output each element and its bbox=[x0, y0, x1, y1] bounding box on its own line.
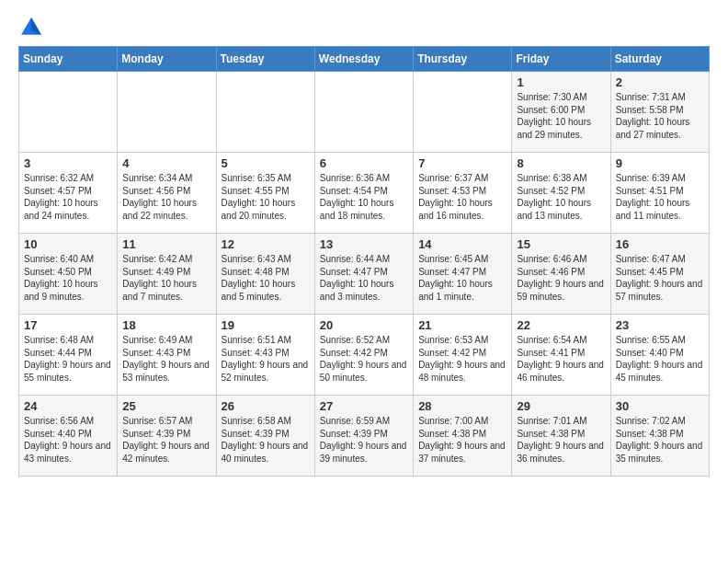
day-number: 29 bbox=[517, 399, 605, 413]
cell-w5-d1: 25Sunrise: 6:57 AM Sunset: 4:39 PM Dayli… bbox=[118, 396, 216, 477]
cell-w2-d6: 9Sunrise: 6:39 AM Sunset: 4:51 PM Daylig… bbox=[610, 153, 709, 234]
cell-w5-d3: 27Sunrise: 6:59 AM Sunset: 4:39 PM Dayli… bbox=[314, 396, 413, 477]
header-tuesday: Tuesday bbox=[216, 47, 314, 72]
cell-w2-d5: 8Sunrise: 6:38 AM Sunset: 4:52 PM Daylig… bbox=[512, 153, 610, 234]
day-number: 19 bbox=[222, 318, 310, 332]
calendar-header: SundayMondayTuesdayWednesdayThursdayFrid… bbox=[19, 47, 710, 72]
cell-w2-d0: 3Sunrise: 6:32 AM Sunset: 4:57 PM Daylig… bbox=[19, 153, 118, 234]
day-info: Sunrise: 6:59 AM Sunset: 4:39 PM Dayligh… bbox=[320, 415, 408, 465]
cell-w4-d3: 20Sunrise: 6:52 AM Sunset: 4:42 PM Dayli… bbox=[314, 315, 413, 396]
logo-icon bbox=[18, 15, 44, 40]
cell-w3-d0: 10Sunrise: 6:40 AM Sunset: 4:50 PM Dayli… bbox=[19, 234, 118, 315]
day-info: Sunrise: 6:32 AM Sunset: 4:57 PM Dayligh… bbox=[24, 172, 112, 222]
day-info: Sunrise: 7:01 AM Sunset: 4:38 PM Dayligh… bbox=[517, 415, 605, 465]
header bbox=[18, 15, 710, 40]
day-info: Sunrise: 6:46 AM Sunset: 4:46 PM Dayligh… bbox=[517, 253, 605, 303]
calendar-table: SundayMondayTuesdayWednesdayThursdayFrid… bbox=[18, 46, 710, 477]
header-monday: Monday bbox=[118, 47, 216, 72]
day-info: Sunrise: 6:56 AM Sunset: 4:40 PM Dayligh… bbox=[24, 415, 112, 465]
day-number: 25 bbox=[122, 399, 210, 413]
day-number: 8 bbox=[517, 156, 605, 170]
header-sunday: Sunday bbox=[19, 47, 118, 72]
cell-w2-d1: 4Sunrise: 6:34 AM Sunset: 4:56 PM Daylig… bbox=[118, 153, 216, 234]
cell-w1-d2 bbox=[216, 72, 314, 153]
header-friday: Friday bbox=[512, 47, 610, 72]
cell-w3-d5: 15Sunrise: 6:46 AM Sunset: 4:46 PM Dayli… bbox=[512, 234, 610, 315]
day-number: 17 bbox=[24, 318, 112, 332]
cell-w1-d5: 1Sunrise: 7:30 AM Sunset: 6:00 PM Daylig… bbox=[512, 72, 610, 153]
day-info: Sunrise: 6:39 AM Sunset: 4:51 PM Dayligh… bbox=[616, 172, 704, 222]
day-number: 7 bbox=[418, 156, 506, 170]
cell-w1-d3 bbox=[314, 72, 413, 153]
day-info: Sunrise: 6:43 AM Sunset: 4:48 PM Dayligh… bbox=[222, 253, 310, 303]
day-number: 5 bbox=[222, 156, 310, 170]
day-info: Sunrise: 6:47 AM Sunset: 4:45 PM Dayligh… bbox=[616, 253, 704, 303]
week-row-3: 10Sunrise: 6:40 AM Sunset: 4:50 PM Dayli… bbox=[19, 234, 710, 315]
day-number: 22 bbox=[517, 318, 605, 332]
day-info: Sunrise: 6:45 AM Sunset: 4:47 PM Dayligh… bbox=[418, 253, 506, 303]
cell-w5-d6: 30Sunrise: 7:02 AM Sunset: 4:38 PM Dayli… bbox=[610, 396, 709, 477]
header-saturday: Saturday bbox=[610, 47, 709, 72]
week-row-2: 3Sunrise: 6:32 AM Sunset: 4:57 PM Daylig… bbox=[19, 153, 710, 234]
day-info: Sunrise: 6:44 AM Sunset: 4:47 PM Dayligh… bbox=[320, 253, 408, 303]
cell-w1-d6: 2Sunrise: 7:31 AM Sunset: 5:58 PM Daylig… bbox=[610, 72, 709, 153]
cell-w5-d0: 24Sunrise: 6:56 AM Sunset: 4:40 PM Dayli… bbox=[19, 396, 118, 477]
cell-w2-d2: 5Sunrise: 6:35 AM Sunset: 4:55 PM Daylig… bbox=[216, 153, 314, 234]
day-info: Sunrise: 6:38 AM Sunset: 4:52 PM Dayligh… bbox=[517, 172, 605, 222]
cell-w4-d6: 23Sunrise: 6:55 AM Sunset: 4:40 PM Dayli… bbox=[610, 315, 709, 396]
day-number: 1 bbox=[517, 75, 605, 89]
day-info: Sunrise: 6:51 AM Sunset: 4:43 PM Dayligh… bbox=[222, 334, 310, 384]
day-number: 27 bbox=[320, 399, 408, 413]
day-info: Sunrise: 7:00 AM Sunset: 4:38 PM Dayligh… bbox=[418, 415, 506, 465]
day-number: 3 bbox=[24, 156, 112, 170]
day-number: 21 bbox=[418, 318, 506, 332]
day-number: 15 bbox=[517, 237, 605, 251]
cell-w3-d6: 16Sunrise: 6:47 AM Sunset: 4:45 PM Dayli… bbox=[610, 234, 709, 315]
day-info: Sunrise: 6:53 AM Sunset: 4:42 PM Dayligh… bbox=[418, 334, 506, 384]
cell-w4-d1: 18Sunrise: 6:49 AM Sunset: 4:43 PM Dayli… bbox=[118, 315, 216, 396]
day-number: 16 bbox=[616, 237, 704, 251]
day-number: 28 bbox=[418, 399, 506, 413]
day-number: 2 bbox=[616, 75, 704, 89]
day-info: Sunrise: 6:35 AM Sunset: 4:55 PM Dayligh… bbox=[222, 172, 310, 222]
cell-w2-d4: 7Sunrise: 6:37 AM Sunset: 4:53 PM Daylig… bbox=[414, 153, 512, 234]
day-number: 14 bbox=[418, 237, 506, 251]
day-info: Sunrise: 6:34 AM Sunset: 4:56 PM Dayligh… bbox=[122, 172, 210, 222]
cell-w4-d0: 17Sunrise: 6:48 AM Sunset: 4:44 PM Dayli… bbox=[19, 315, 118, 396]
day-number: 12 bbox=[222, 237, 310, 251]
day-info: Sunrise: 6:52 AM Sunset: 4:42 PM Dayligh… bbox=[320, 334, 408, 384]
day-number: 4 bbox=[122, 156, 210, 170]
cell-w3-d2: 12Sunrise: 6:43 AM Sunset: 4:48 PM Dayli… bbox=[216, 234, 314, 315]
day-number: 30 bbox=[616, 399, 704, 413]
day-number: 13 bbox=[320, 237, 408, 251]
cell-w3-d3: 13Sunrise: 6:44 AM Sunset: 4:47 PM Dayli… bbox=[314, 234, 413, 315]
header-row: SundayMondayTuesdayWednesdayThursdayFrid… bbox=[19, 47, 710, 72]
day-number: 9 bbox=[616, 156, 704, 170]
day-info: Sunrise: 6:42 AM Sunset: 4:49 PM Dayligh… bbox=[122, 253, 210, 303]
day-info: Sunrise: 6:58 AM Sunset: 4:39 PM Dayligh… bbox=[222, 415, 310, 465]
day-info: Sunrise: 6:54 AM Sunset: 4:41 PM Dayligh… bbox=[517, 334, 605, 384]
week-row-1: 1Sunrise: 7:30 AM Sunset: 6:00 PM Daylig… bbox=[19, 72, 710, 153]
cell-w5-d5: 29Sunrise: 7:01 AM Sunset: 4:38 PM Dayli… bbox=[512, 396, 610, 477]
day-number: 10 bbox=[24, 237, 112, 251]
cell-w4-d5: 22Sunrise: 6:54 AM Sunset: 4:41 PM Dayli… bbox=[512, 315, 610, 396]
day-number: 24 bbox=[24, 399, 112, 413]
week-row-4: 17Sunrise: 6:48 AM Sunset: 4:44 PM Dayli… bbox=[19, 315, 710, 396]
day-number: 26 bbox=[222, 399, 310, 413]
cell-w3-d1: 11Sunrise: 6:42 AM Sunset: 4:49 PM Dayli… bbox=[118, 234, 216, 315]
page: SundayMondayTuesdayWednesdayThursdayFrid… bbox=[0, 0, 728, 486]
day-info: Sunrise: 6:37 AM Sunset: 4:53 PM Dayligh… bbox=[418, 172, 506, 222]
day-info: Sunrise: 6:48 AM Sunset: 4:44 PM Dayligh… bbox=[24, 334, 112, 384]
cell-w2-d3: 6Sunrise: 6:36 AM Sunset: 4:54 PM Daylig… bbox=[314, 153, 413, 234]
logo bbox=[18, 15, 48, 40]
day-info: Sunrise: 6:55 AM Sunset: 4:40 PM Dayligh… bbox=[616, 334, 704, 384]
cell-w1-d0 bbox=[19, 72, 118, 153]
week-row-5: 24Sunrise: 6:56 AM Sunset: 4:40 PM Dayli… bbox=[19, 396, 710, 477]
cell-w4-d2: 19Sunrise: 6:51 AM Sunset: 4:43 PM Dayli… bbox=[216, 315, 314, 396]
cell-w3-d4: 14Sunrise: 6:45 AM Sunset: 4:47 PM Dayli… bbox=[414, 234, 512, 315]
day-number: 20 bbox=[320, 318, 408, 332]
cell-w5-d2: 26Sunrise: 6:58 AM Sunset: 4:39 PM Dayli… bbox=[216, 396, 314, 477]
header-wednesday: Wednesday bbox=[314, 47, 413, 72]
day-info: Sunrise: 7:02 AM Sunset: 4:38 PM Dayligh… bbox=[616, 415, 704, 465]
day-info: Sunrise: 6:36 AM Sunset: 4:54 PM Dayligh… bbox=[320, 172, 408, 222]
